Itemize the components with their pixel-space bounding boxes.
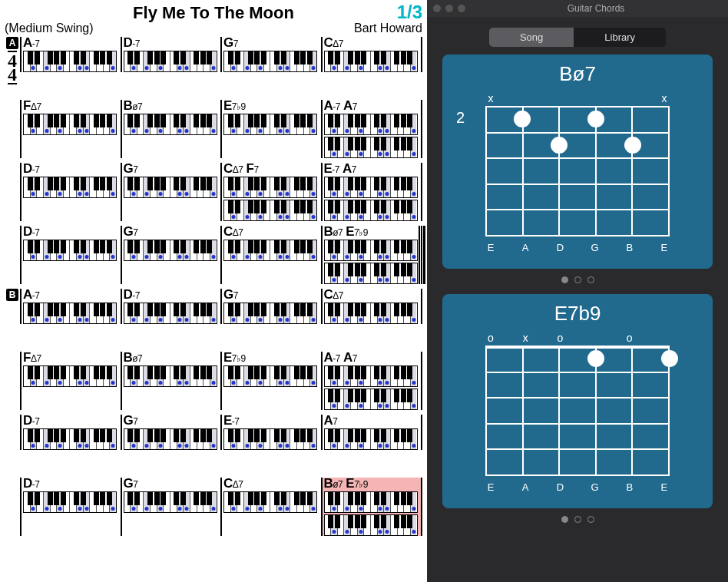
bar[interactable]: E-7	[220, 415, 321, 450]
mini-keyboard	[124, 114, 217, 135]
bar[interactable]: G7	[121, 478, 221, 536]
page-dot[interactable]	[587, 276, 594, 283]
chord-card[interactable]: Bø72xxEADGBE	[442, 55, 713, 269]
chord-symbol: E-7	[324, 161, 340, 177]
guitar-chords-window: Guitar Chords Song Library Bø72xxEADGBEE…	[427, 0, 728, 582]
mini-keyboard	[223, 365, 317, 387]
close-light[interactable]	[433, 5, 441, 12]
bar[interactable]: Bø7	[121, 352, 221, 410]
bar[interactable]: D-7	[20, 415, 121, 450]
mini-keyboard	[223, 491, 317, 513]
chord-symbol: D-7	[124, 35, 140, 51]
mini-keyboard	[124, 491, 217, 513]
chord-symbol: Bø7	[124, 98, 143, 114]
finger-dot	[551, 137, 568, 154]
chord-symbol: A-7	[23, 287, 39, 303]
chord-pager	[442, 276, 713, 283]
page-dot[interactable]	[561, 516, 568, 523]
bar[interactable]: Bø7	[121, 100, 221, 158]
page-dot[interactable]	[587, 516, 594, 523]
zoom-light[interactable]	[458, 5, 465, 12]
chord-symbol: G7	[223, 287, 238, 303]
bar[interactable]: G7	[220, 289, 321, 324]
page-dot[interactable]	[561, 276, 568, 283]
chord-cards: Bø72xxEADGBEE7b9oxooEADGBE	[427, 55, 728, 582]
chord-symbol: FΔ7	[23, 350, 41, 365]
chord-symbol: D-7	[23, 476, 39, 491]
string-markers: xx	[485, 92, 670, 104]
mini-keyboard	[223, 428, 317, 450]
chord-symbol: FΔ7	[23, 98, 41, 114]
lead-sheet: 1/3 Fly Me To The Moon (Medium Swing) Ba…	[0, 0, 427, 582]
mini-keyboard	[124, 303, 217, 324]
bar[interactable]: A-7	[20, 289, 121, 324]
bar[interactable]: CΔ7	[220, 478, 321, 536]
page-dot[interactable]	[574, 516, 581, 523]
bar[interactable]: G7	[121, 415, 221, 450]
bar[interactable]: CΔ7	[321, 37, 423, 72]
bar[interactable]: CΔ7F7	[220, 163, 321, 221]
mini-keyboard	[324, 240, 418, 261]
chord-symbol: G7	[124, 224, 138, 240]
bar[interactable]: E7♭9	[220, 100, 321, 158]
window-title: Guitar Chords	[470, 3, 722, 14]
chord-card[interactable]: E7b9oxooEADGBE	[442, 294, 713, 508]
bar[interactable]: G7	[220, 37, 321, 72]
chord-symbol: A7	[342, 161, 356, 177]
bar[interactable]: E-7A7	[321, 163, 423, 221]
mini-keyboard	[23, 428, 117, 450]
mini-keyboard	[23, 303, 117, 324]
mini-keyboard	[23, 177, 117, 198]
mini-keyboard	[324, 514, 418, 536]
bar[interactable]: D-7	[20, 478, 121, 536]
bar[interactable]: A7	[321, 415, 423, 450]
mini-keyboard	[324, 114, 418, 135]
mini-keyboard	[223, 177, 317, 198]
bar[interactable]: D-7	[20, 226, 121, 284]
chord-symbol: G7	[124, 413, 138, 428]
rehearsal-mark: A	[6, 37, 18, 49]
finger-dot	[514, 111, 531, 127]
tab-library[interactable]: Library	[574, 28, 666, 47]
chord-symbol: A-7	[324, 98, 340, 114]
mini-keyboard	[324, 365, 418, 387]
chord-pager	[442, 516, 713, 523]
fret-position: 2	[456, 109, 465, 127]
fretboard: oxooEADGBE	[470, 330, 685, 499]
chord-symbol: F7	[246, 161, 258, 177]
mini-keyboard	[223, 303, 317, 324]
rehearsal-mark: B	[6, 289, 18, 301]
chord-symbol: Bø7	[324, 224, 343, 240]
chord-symbol: E7♭9	[223, 350, 246, 365]
chord-symbol: A7	[343, 350, 357, 365]
string-names: EADGBE	[485, 242, 670, 253]
chord-symbol: CΔ7	[223, 476, 243, 491]
chord-symbol: D-7	[23, 224, 39, 240]
bar[interactable]: FΔ7	[20, 100, 121, 158]
finger-dot	[587, 350, 604, 367]
bar[interactable]: A-7A7	[321, 352, 423, 410]
bar[interactable]: G7	[121, 226, 221, 284]
bar[interactable]: D-7	[20, 163, 121, 221]
chord-symbol: G7	[124, 161, 138, 177]
page-dot[interactable]	[574, 276, 581, 283]
chord-symbol: D-7	[23, 413, 39, 428]
bar[interactable]: G7	[121, 163, 221, 221]
chord-symbol: G7	[124, 476, 138, 491]
tab-song[interactable]: Song	[489, 28, 574, 47]
mini-keyboard	[324, 51, 418, 72]
bar[interactable]: D-7	[121, 37, 221, 72]
bar[interactable]: CΔ7	[321, 289, 423, 324]
mini-keyboard	[324, 137, 418, 158]
chord-symbol: E-7	[223, 413, 240, 428]
bar[interactable]: E7♭9	[220, 352, 321, 410]
bar[interactable]: CΔ7	[220, 226, 321, 284]
bar[interactable]: D-7	[121, 289, 221, 324]
chord-symbol: A-7	[324, 350, 340, 365]
bar[interactable]: Bø7E7♭9	[321, 478, 423, 536]
bar[interactable]: FΔ7	[20, 352, 121, 410]
bar[interactable]: A-7	[20, 37, 121, 72]
min-light[interactable]	[445, 5, 453, 12]
bar[interactable]: Bø7E7♭9	[321, 226, 423, 284]
bar[interactable]: A-7A7	[321, 100, 423, 158]
